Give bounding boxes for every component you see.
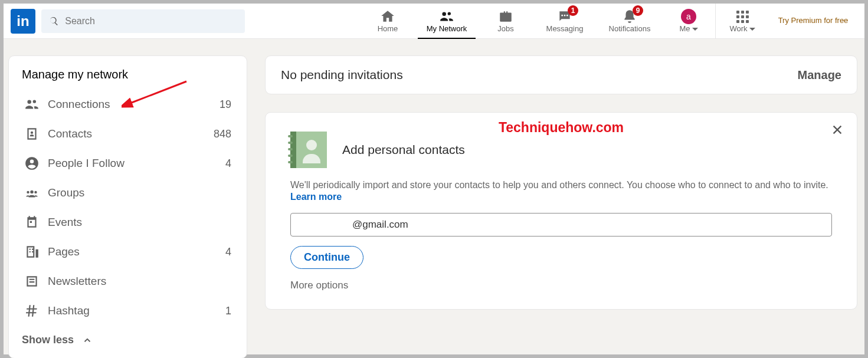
sidebar-item-count: 1 bbox=[225, 305, 231, 317]
sidebar-item-pages[interactable]: Pages 4 bbox=[9, 237, 247, 267]
nav-work[interactable]: Work bbox=[716, 4, 769, 39]
sidebar-item-label: Pages bbox=[48, 245, 225, 258]
nav-label: Me bbox=[679, 24, 697, 33]
sidebar-item-groups[interactable]: Groups bbox=[9, 178, 247, 208]
search-icon bbox=[48, 15, 59, 27]
top-navbar: in Home My Network Jobs 1 bbox=[4, 4, 864, 39]
chevron-down-icon bbox=[749, 28, 755, 31]
sidebar-item-hashtag[interactable]: Hashtag 1 bbox=[9, 296, 247, 326]
primary-nav: Home My Network Jobs 1 Messaging bbox=[361, 4, 857, 39]
manage-invitations-button[interactable]: Manage bbox=[798, 68, 841, 82]
sidebar-item-count: 4 bbox=[225, 246, 231, 258]
people-icon bbox=[24, 97, 40, 112]
invitations-text: No pending invitations bbox=[281, 68, 403, 82]
calendar-icon bbox=[24, 215, 40, 230]
nav-label: Work bbox=[729, 24, 755, 33]
add-contacts-title: Add personal contacts bbox=[342, 143, 465, 157]
notifications-badge: 9 bbox=[633, 5, 643, 16]
sidebar-item-count: 848 bbox=[214, 128, 231, 140]
pending-invitations-card: No pending invitations Manage bbox=[265, 55, 857, 94]
follow-icon bbox=[24, 156, 40, 171]
close-button[interactable] bbox=[831, 123, 844, 139]
more-options-link[interactable]: More options bbox=[290, 280, 832, 291]
nav-jobs[interactable]: Jobs bbox=[479, 4, 532, 39]
manage-network-sidebar: Manage my network Connections 19 Contact… bbox=[8, 55, 247, 358]
sidebar-item-newsletters[interactable]: Newsletters bbox=[9, 267, 247, 296]
sidebar-item-label: Groups bbox=[48, 186, 231, 199]
email-input[interactable] bbox=[290, 213, 832, 237]
sidebar-title: Manage my network bbox=[9, 64, 247, 90]
add-contacts-card: Techniquehow.com Add personal contacts W… bbox=[265, 112, 857, 310]
sidebar-item-label: Hashtag bbox=[48, 304, 225, 317]
contact-book-icon bbox=[290, 132, 327, 168]
show-less-toggle[interactable]: Show less bbox=[9, 326, 247, 350]
nav-label: Messaging bbox=[546, 24, 584, 33]
nav-notifications[interactable]: 9 Notifications bbox=[597, 4, 662, 39]
messaging-badge: 1 bbox=[568, 5, 578, 16]
chevron-down-icon bbox=[692, 28, 698, 31]
nav-label: Jobs bbox=[497, 24, 513, 33]
sidebar-item-connections[interactable]: Connections 19 bbox=[9, 90, 247, 119]
home-icon bbox=[380, 9, 395, 24]
sidebar-item-label: Contacts bbox=[48, 127, 214, 140]
nav-home[interactable]: Home bbox=[361, 4, 414, 39]
sidebar-item-label: People I Follow bbox=[48, 157, 225, 170]
show-less-label: Show less bbox=[22, 334, 74, 346]
search-input[interactable] bbox=[65, 16, 238, 27]
nav-label: Notifications bbox=[609, 24, 651, 33]
nav-messaging[interactable]: 1 Messaging bbox=[532, 4, 597, 39]
continue-button[interactable]: Continue bbox=[290, 246, 363, 269]
hashtag-icon bbox=[24, 303, 40, 318]
nav-me[interactable]: a Me bbox=[662, 4, 715, 39]
sidebar-item-count: 4 bbox=[225, 157, 231, 170]
search-box[interactable] bbox=[41, 9, 245, 33]
linkedin-logo[interactable]: in bbox=[11, 9, 35, 34]
avatar: a bbox=[681, 9, 696, 24]
close-icon bbox=[831, 123, 844, 136]
learn-more-link[interactable]: Learn more bbox=[290, 192, 342, 202]
sidebar-item-label: Events bbox=[48, 216, 231, 229]
nav-my-network[interactable]: My Network bbox=[414, 4, 479, 39]
apps-grid-icon bbox=[736, 11, 749, 23]
briefcase-icon bbox=[498, 9, 513, 24]
building-icon bbox=[24, 244, 40, 260]
people-icon bbox=[439, 9, 454, 24]
group-icon bbox=[24, 185, 40, 201]
sidebar-item-people-follow[interactable]: People I Follow 4 bbox=[9, 149, 247, 178]
sidebar-item-label: Newsletters bbox=[48, 275, 231, 288]
chevron-up-icon bbox=[82, 335, 93, 346]
address-book-icon bbox=[24, 126, 40, 142]
add-contacts-description: We'll periodically import and store your… bbox=[290, 180, 832, 191]
sidebar-item-contacts[interactable]: Contacts 848 bbox=[9, 119, 247, 149]
try-premium-link[interactable]: Try Premium for free bbox=[769, 4, 857, 39]
watermark-text: Techniquehow.com bbox=[499, 120, 624, 136]
nav-label: Home bbox=[378, 24, 398, 33]
newsletter-icon bbox=[24, 274, 40, 289]
sidebar-item-label: Connections bbox=[48, 98, 220, 111]
sidebar-item-events[interactable]: Events bbox=[9, 208, 247, 237]
nav-label: My Network bbox=[427, 24, 467, 33]
sidebar-item-count: 19 bbox=[220, 98, 231, 111]
